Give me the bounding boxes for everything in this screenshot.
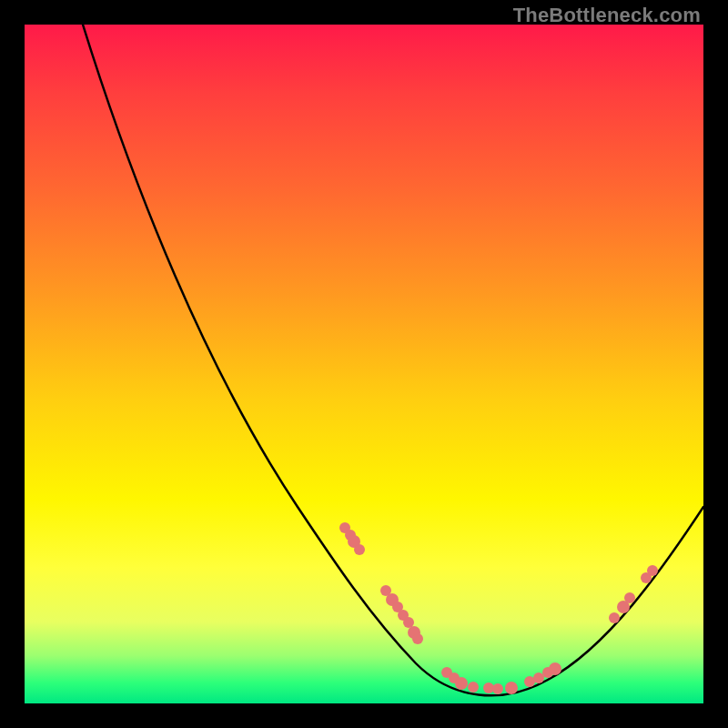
watermark-text: TheBottleneck.com — [513, 4, 701, 27]
data-point — [549, 662, 561, 675]
data-point — [468, 682, 479, 693]
chart-plot-area — [25, 25, 703, 703]
data-point — [354, 544, 365, 555]
data-point — [647, 565, 658, 576]
data-point — [403, 617, 414, 628]
data-point — [624, 592, 635, 603]
data-point — [609, 612, 620, 623]
data-point — [505, 682, 518, 694]
chart-svg — [25, 25, 703, 703]
data-point — [533, 672, 544, 683]
data-point — [455, 677, 468, 690]
data-point — [492, 683, 503, 694]
data-point — [412, 633, 423, 644]
data-points — [339, 522, 658, 694]
